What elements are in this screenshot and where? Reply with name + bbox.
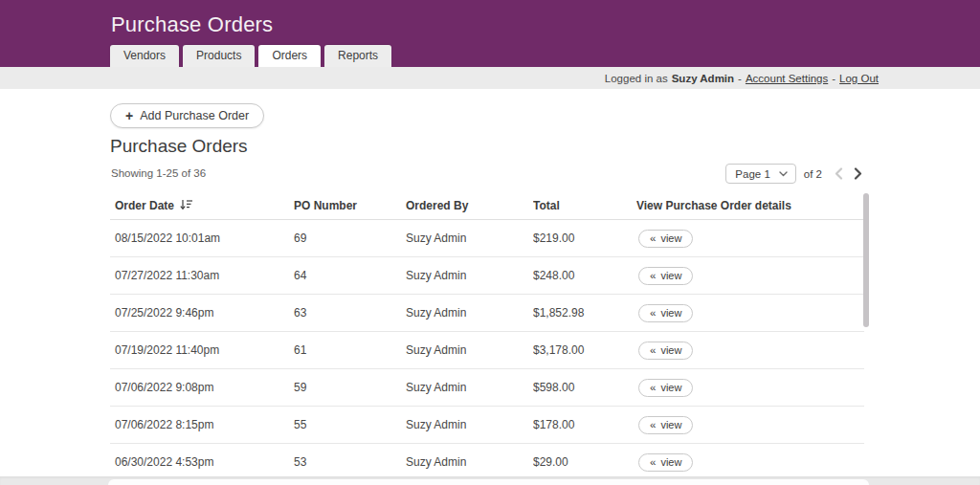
tab-products[interactable]: Products bbox=[183, 45, 255, 67]
tab-bar: Vendors Products Orders Reports bbox=[110, 45, 391, 67]
add-purchase-order-label: Add Purchase Order bbox=[140, 109, 249, 122]
double-chevron-left-icon: « bbox=[650, 382, 656, 393]
separator: - bbox=[832, 73, 835, 84]
tab-vendors[interactable]: Vendors bbox=[110, 45, 179, 67]
ordered-by-cell: Suzy Admin bbox=[406, 269, 533, 282]
total-cell: $29.00 bbox=[533, 455, 636, 469]
view-button[interactable]: «view bbox=[638, 342, 693, 360]
log-out-link[interactable]: Log Out bbox=[839, 73, 879, 84]
column-header-order-date[interactable]: Order Date bbox=[110, 198, 294, 212]
ordered-by-cell: Suzy Admin bbox=[406, 381, 533, 394]
account-settings-link[interactable]: Account Settings bbox=[746, 73, 828, 84]
page-select-value: Page 1 bbox=[735, 168, 769, 180]
total-cell: $1,852.98 bbox=[533, 306, 636, 320]
column-header-total: Total bbox=[533, 199, 636, 212]
page-title: Purchase Orders bbox=[110, 136, 248, 157]
add-purchase-order-button[interactable]: + Add Purchase Order bbox=[110, 103, 264, 128]
table-row: 07/27/2022 11:30am 64 Suzy Admin $248.00… bbox=[110, 257, 864, 295]
user-bar: Logged in as Suzy Admin - Account Settin… bbox=[0, 67, 980, 89]
order-date-cell: 07/25/2022 9:46pm bbox=[110, 306, 294, 320]
column-header-view-details: View Purchase Order details bbox=[636, 199, 864, 212]
total-cell: $219.00 bbox=[533, 231, 636, 245]
sort-descending-icon bbox=[180, 199, 192, 212]
previous-page-icon[interactable] bbox=[832, 167, 845, 181]
order-date-cell: 08/15/2022 10:01am bbox=[110, 231, 294, 245]
po-number-cell: 53 bbox=[294, 455, 406, 469]
app-header: Purchase Orders Vendors Products Orders … bbox=[0, 0, 980, 67]
po-number-cell: 55 bbox=[294, 418, 406, 431]
po-number-cell: 59 bbox=[294, 381, 406, 394]
double-chevron-left-icon: « bbox=[650, 232, 656, 244]
username: Suzy Admin bbox=[672, 73, 734, 84]
results-count: Showing 1-25 of 36 bbox=[111, 167, 206, 179]
ordered-by-cell: Suzy Admin bbox=[406, 455, 533, 469]
main-content: + Add Purchase Order Purchase Orders Sho… bbox=[0, 89, 980, 476]
double-chevron-left-icon: « bbox=[650, 270, 656, 281]
total-cell: $3,178.00 bbox=[533, 343, 636, 357]
view-button[interactable]: «view bbox=[638, 304, 693, 322]
table-row: 07/06/2022 9:08pm 59 Suzy Admin $598.00 … bbox=[110, 369, 864, 407]
order-date-cell: 07/19/2022 11:40pm bbox=[110, 343, 294, 357]
next-page-icon[interactable] bbox=[851, 167, 864, 181]
po-number-cell: 69 bbox=[294, 231, 406, 245]
ordered-by-cell: Suzy Admin bbox=[406, 306, 533, 320]
page-select-dropdown[interactable]: Page 1 bbox=[725, 164, 795, 184]
view-button[interactable]: «view bbox=[638, 230, 693, 248]
view-button[interactable]: «view bbox=[638, 416, 693, 434]
purchase-orders-table: Order Date PO Number Ordered By Total bbox=[110, 191, 864, 481]
double-chevron-left-icon: « bbox=[650, 344, 656, 356]
column-header-po-number: PO Number bbox=[294, 199, 406, 212]
page-background-strip bbox=[0, 476, 980, 485]
next-card-top-edge bbox=[108, 479, 869, 485]
table-row: 07/06/2022 8:15pm 55 Suzy Admin $178.00 … bbox=[110, 407, 864, 444]
logged-in-prefix: Logged in as bbox=[605, 73, 668, 84]
order-date-cell: 07/27/2022 11:30am bbox=[110, 269, 294, 282]
view-button[interactable]: «view bbox=[638, 453, 693, 472]
tab-reports[interactable]: Reports bbox=[324, 45, 391, 67]
total-cell: $248.00 bbox=[533, 269, 636, 282]
page-of-label: of 2 bbox=[804, 168, 822, 180]
po-number-cell: 63 bbox=[294, 306, 406, 320]
ordered-by-cell: Suzy Admin bbox=[406, 343, 533, 357]
total-cell: $598.00 bbox=[533, 381, 636, 394]
pagination: Page 1 of 2 bbox=[725, 164, 864, 184]
table-row: 08/15/2022 10:01am 69 Suzy Admin $219.00… bbox=[110, 220, 864, 257]
chevron-down-icon bbox=[779, 171, 788, 177]
view-button[interactable]: «view bbox=[638, 267, 693, 285]
column-header-ordered-by: Ordered By bbox=[406, 199, 533, 212]
table-row: 07/25/2022 9:46pm 63 Suzy Admin $1,852.9… bbox=[110, 295, 864, 332]
view-button[interactable]: «view bbox=[638, 379, 693, 397]
order-date-cell: 06/30/2022 4:53pm bbox=[110, 455, 294, 469]
separator: - bbox=[738, 73, 742, 84]
table-scrollbar[interactable] bbox=[863, 193, 869, 327]
total-cell: $178.00 bbox=[533, 418, 636, 431]
ordered-by-cell: Suzy Admin bbox=[406, 231, 533, 245]
po-number-cell: 64 bbox=[294, 269, 406, 282]
table-header-row: Order Date PO Number Ordered By Total bbox=[110, 191, 864, 220]
page-nav bbox=[832, 167, 864, 181]
double-chevron-left-icon: « bbox=[650, 307, 656, 319]
double-chevron-left-icon: « bbox=[650, 456, 656, 468]
order-date-cell: 07/06/2022 9:08pm bbox=[110, 381, 294, 394]
ordered-by-cell: Suzy Admin bbox=[406, 418, 533, 431]
purchase-orders-app: Purchase Orders Vendors Products Orders … bbox=[0, 0, 980, 485]
double-chevron-left-icon: « bbox=[650, 419, 656, 430]
app-title: Purchase Orders bbox=[111, 12, 273, 37]
plus-icon: + bbox=[125, 109, 133, 122]
order-date-cell: 07/06/2022 8:15pm bbox=[110, 418, 294, 431]
tab-orders[interactable]: Orders bbox=[258, 45, 321, 67]
table-row: 07/19/2022 11:40pm 61 Suzy Admin $3,178.… bbox=[110, 332, 864, 369]
po-number-cell: 61 bbox=[294, 343, 406, 357]
